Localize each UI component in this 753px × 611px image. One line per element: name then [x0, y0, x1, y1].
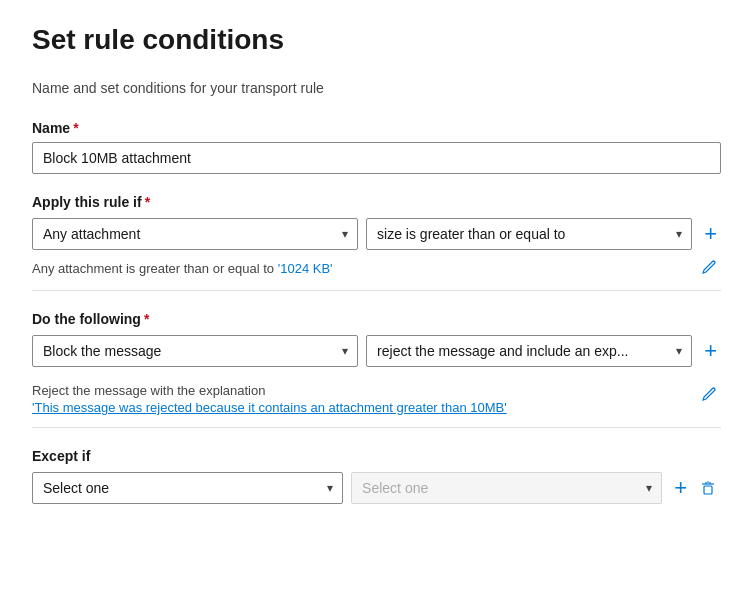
do-following-label: Do the following * — [32, 311, 721, 327]
apply-rule-condition-dropdown[interactable]: Any attachment — [32, 218, 358, 250]
apply-rule-summary-link[interactable]: '1024 KB' — [278, 261, 333, 276]
except-if-label: Except if — [32, 448, 721, 464]
do-following-modifier-dropdown[interactable]: reject the message and include an exp... — [366, 335, 692, 367]
apply-rule-required: * — [145, 194, 150, 210]
apply-rule-condition-wrapper: Any attachment ▾ — [32, 218, 358, 250]
apply-rule-operator-dropdown[interactable]: size is greater than or equal to — [366, 218, 692, 250]
do-following-explanation-label: Reject the message with the explanation — [32, 383, 507, 398]
apply-rule-operator-wrapper: size is greater than or equal to ▾ — [366, 218, 692, 250]
do-following-selects-row: Block the message ▾ reject the message a… — [32, 335, 721, 367]
do-following-edit-button[interactable] — [697, 385, 721, 405]
do-following-add-button[interactable]: + — [700, 338, 721, 364]
name-required-indicator: * — [73, 120, 78, 136]
do-following-required: * — [144, 311, 149, 327]
apply-rule-selects-row: Any attachment ▾ size is greater than or… — [32, 218, 721, 250]
except-if-action-icons: + — [670, 475, 721, 501]
name-input[interactable] — [32, 142, 721, 174]
do-following-explanation-link[interactable]: 'This message was rejected because it co… — [32, 400, 507, 415]
except-if-delete-button[interactable] — [695, 477, 721, 499]
except-if-value-wrapper: Select one ▾ — [351, 472, 662, 504]
except-if-label-text: Except if — [32, 448, 90, 464]
apply-rule-summary-text: Any attachment is greater than or equal … — [32, 261, 333, 276]
name-label: Name * — [32, 120, 721, 136]
do-following-section: Do the following * Block the message ▾ r… — [32, 311, 721, 428]
do-following-action-wrapper: Block the message ▾ — [32, 335, 358, 367]
except-if-section: Except if Select one ▾ Select one ▾ + — [32, 448, 721, 504]
apply-rule-edit-button[interactable] — [697, 258, 721, 278]
do-following-modifier-wrapper: reject the message and include an exp...… — [366, 335, 692, 367]
do-following-action-dropdown[interactable]: Block the message — [32, 335, 358, 367]
do-following-info-row: Reject the message with the explanation … — [32, 375, 721, 428]
except-if-add-button[interactable]: + — [670, 475, 691, 501]
except-if-trash-icon — [699, 479, 717, 497]
apply-rule-label: Apply this rule if * — [32, 194, 721, 210]
except-if-value-dropdown[interactable]: Select one — [351, 472, 662, 504]
name-section: Name * — [32, 120, 721, 174]
page-subtitle: Name and set conditions for your transpo… — [32, 80, 721, 96]
do-following-summary: Reject the message with the explanation … — [32, 375, 507, 415]
except-if-selects-row: Select one ▾ Select one ▾ + — [32, 472, 721, 504]
do-following-label-text: Do the following — [32, 311, 141, 327]
except-if-condition-wrapper: Select one ▾ — [32, 472, 343, 504]
except-if-condition-dropdown[interactable]: Select one — [32, 472, 343, 504]
apply-rule-info-row: Any attachment is greater than or equal … — [32, 258, 721, 291]
svg-rect-0 — [704, 486, 712, 494]
name-label-text: Name — [32, 120, 70, 136]
apply-rule-section: Apply this rule if * Any attachment ▾ si… — [32, 194, 721, 291]
page-title: Set rule conditions — [32, 24, 721, 56]
apply-rule-add-button[interactable]: + — [700, 221, 721, 247]
apply-rule-edit-icon — [701, 260, 717, 276]
do-following-edit-icon — [701, 387, 717, 403]
apply-rule-summary-prefix: Any attachment is greater than or equal … — [32, 261, 278, 276]
apply-rule-label-text: Apply this rule if — [32, 194, 142, 210]
